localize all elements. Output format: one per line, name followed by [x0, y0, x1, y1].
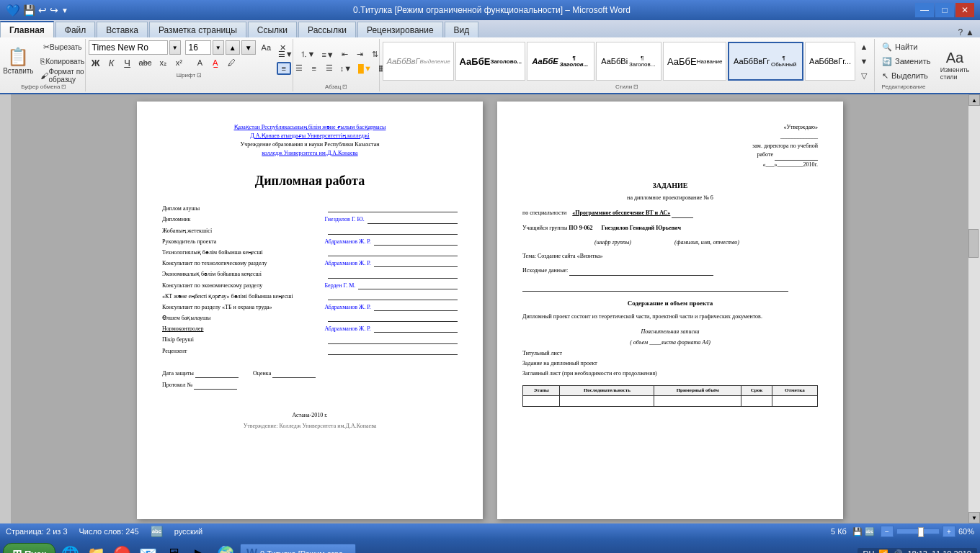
maximize-button[interactable]: □ — [935, 3, 954, 17]
tab-layout[interactable]: Разметка страницы — [149, 22, 246, 37]
underline-button[interactable]: Ч — [120, 56, 135, 69]
taskbar-ie-icon[interactable]: 🌐 — [58, 542, 81, 553]
font-size-dropdown[interactable]: ▼ — [213, 40, 224, 55]
style-heading1[interactable]: АаБбЕЗаголово... — [455, 42, 525, 81]
zoom-out-button[interactable]: − — [881, 526, 894, 537]
text-effects-button[interactable]: A — [192, 56, 207, 69]
paste-button[interactable]: 📋 Вставить — [0, 42, 36, 81]
justify-button[interactable]: ☰ — [322, 62, 337, 75]
style-heading2[interactable]: АаБбЕ¶ Заголов... — [527, 42, 594, 81]
language[interactable]: русский — [174, 527, 202, 536]
taskbar-media-icon[interactable]: ▶ — [188, 542, 211, 553]
style-heading3[interactable]: АаБбВі¶ Заголов... — [596, 42, 662, 81]
zoom-in-button[interactable]: + — [943, 526, 956, 537]
row-label: «КТ және еңбекті қорғау» бөлімі бойынша … — [162, 292, 325, 300]
style-highlight[interactable]: АаБбВвГВыделение — [383, 42, 454, 81]
scroll-track — [968, 106, 980, 512]
styles-items: АаБбВвГВыделение АаБбЕЗаголово... АаБбЕ¶… — [383, 40, 871, 82]
tab-file[interactable]: Файл — [55, 22, 96, 37]
text-color-button[interactable]: A̲ — [208, 56, 223, 69]
zoom-slider[interactable] — [896, 529, 940, 534]
format-paint-button[interactable]: 🖌 Формат по образцу — [37, 69, 87, 82]
scrollbar-right[interactable]: ▲ ▼ — [968, 94, 980, 523]
assignment-subtitle: на дипломное проектирование № 6 — [522, 194, 818, 202]
multilevel-list-button[interactable]: ≡▼ — [318, 48, 337, 61]
align-right-button[interactable]: ≡ — [307, 62, 321, 75]
clipboard-expand-icon[interactable]: ⊡ — [61, 84, 66, 90]
help-icon[interactable]: ? — [958, 27, 963, 37]
assignment-title: ЗАДАНИЕ — [522, 181, 818, 191]
taskbar-browser2-icon[interactable]: 🌍 — [214, 542, 237, 553]
close-button[interactable]: ✕ — [956, 3, 974, 17]
taskbar-explorer-icon[interactable]: 📁 — [84, 542, 107, 553]
styles-expand-arrow[interactable]: ▽ — [857, 69, 871, 82]
styles-expand-icon[interactable]: ⊡ — [633, 84, 638, 90]
align-left-button[interactable]: ≡ — [277, 62, 291, 75]
windows-icon: ⊞ — [12, 547, 22, 554]
start-button[interactable]: ⊞ Пуск — [3, 543, 55, 553]
change-styles-button[interactable]: Aa Изменитьстили — [937, 46, 973, 85]
tab-view[interactable]: Вид — [445, 22, 479, 37]
zoom-slider-thumb — [918, 527, 924, 537]
quick-more[interactable]: ▼ — [61, 6, 68, 14]
numbered-list-button[interactable]: ⒈▼ — [297, 48, 318, 61]
taskbar-right: RU 📶 🔊 18:13 11.10.2010 — [858, 548, 977, 554]
bold-button[interactable]: Ж — [89, 56, 103, 69]
highlight-button[interactable]: 🖊 — [224, 56, 239, 69]
superscript-button[interactable]: x² — [172, 56, 186, 69]
change-case-button[interactable]: Аа — [259, 41, 275, 54]
subscript-button[interactable]: x₂ — [156, 56, 170, 69]
quick-save[interactable]: 💾 — [23, 4, 35, 16]
speaker-icon: 🔊 — [893, 549, 903, 554]
tab-insert[interactable]: Вставка — [97, 22, 148, 37]
taskbar-word-item[interactable]: W 0.Титулка [Режим огра... — [240, 544, 356, 553]
minimize-button[interactable]: — — [915, 3, 934, 17]
paragraph-expand-icon[interactable]: ⊡ — [342, 84, 347, 90]
tab-references[interactable]: Ссылки — [248, 22, 297, 37]
font-name-input[interactable]: Times New Ro — [89, 40, 168, 55]
shading-button[interactable]: █▼ — [355, 62, 375, 75]
line-spacing-button[interactable]: ↕▼ — [337, 62, 355, 75]
font-name-dropdown[interactable]: ▼ — [169, 40, 181, 55]
grade: Оценка — [253, 369, 316, 378]
font-size-up[interactable]: ▲ — [226, 40, 240, 55]
tab-mailings[interactable]: Рассылки — [298, 22, 356, 37]
taskbar-mail-icon[interactable]: 📧 — [136, 542, 159, 553]
cut-button[interactable]: ✂ Вырезать — [37, 40, 87, 53]
student-name-sub: (фамилия, имя, отчество) — [674, 238, 739, 246]
align-center-button[interactable]: ☰ — [292, 62, 306, 75]
row-value — [325, 347, 458, 355]
style-normal[interactable]: АаБбВвГг¶ Обычный — [728, 42, 803, 81]
copy-button[interactable]: ⎘ Копировать — [37, 55, 87, 68]
style-title[interactable]: АаБбЕНазвание — [663, 42, 726, 81]
styles-up-arrow[interactable]: ▲ — [857, 40, 871, 53]
quick-undo[interactable]: ↩ — [38, 4, 47, 16]
font-size-input[interactable]: 16 — [185, 40, 211, 55]
scroll-thumb[interactable] — [968, 229, 979, 258]
scroll-up-arrow[interactable]: ▲ — [968, 94, 980, 106]
replace-button[interactable]: 🔄 Заменить — [879, 55, 928, 68]
italic-button[interactable]: К — [104, 56, 119, 69]
font-expand-icon[interactable]: ⊡ — [197, 72, 202, 78]
bullet-list-button[interactable]: ☰▼ — [275, 48, 296, 61]
style-more[interactable]: АаБбВвГг... — [805, 42, 855, 81]
tab-review[interactable]: Рецензирование — [357, 22, 443, 37]
taskbar-remote-icon[interactable]: 🖥 — [162, 542, 185, 553]
increase-indent-button[interactable]: ⇥ — [353, 48, 368, 61]
row-label: Технологиялық бөлім бойынша кеңесші — [162, 248, 325, 256]
select-button[interactable]: ↖ Выделить — [879, 69, 928, 82]
scroll-down-arrow[interactable]: ▼ — [968, 512, 980, 523]
theme-row: Тема: Создание сайта «Визитка» — [522, 252, 818, 261]
quick-redo[interactable]: ↪ — [50, 4, 58, 16]
taskbar-opera-icon[interactable]: 🔴 — [110, 542, 133, 553]
find-button[interactable]: 🔍 Найти — [879, 40, 928, 53]
row-value: Абдрахманов Ж. Р. — [325, 238, 458, 246]
document-scroll[interactable]: Қазақстан Республикасының білім және ғыл… — [12, 94, 968, 523]
decrease-indent-button[interactable]: ⇤ — [338, 48, 352, 61]
font-size-down[interactable]: ▼ — [241, 40, 256, 55]
group-code-sub: (шифр группы) — [594, 238, 631, 246]
ribbon-collapse-icon[interactable]: ▲ — [966, 27, 974, 37]
tab-home[interactable]: Главная — [0, 21, 54, 37]
strikethrough-button[interactable]: abc — [136, 56, 155, 69]
styles-down-arrow[interactable]: ▼ — [857, 55, 871, 68]
